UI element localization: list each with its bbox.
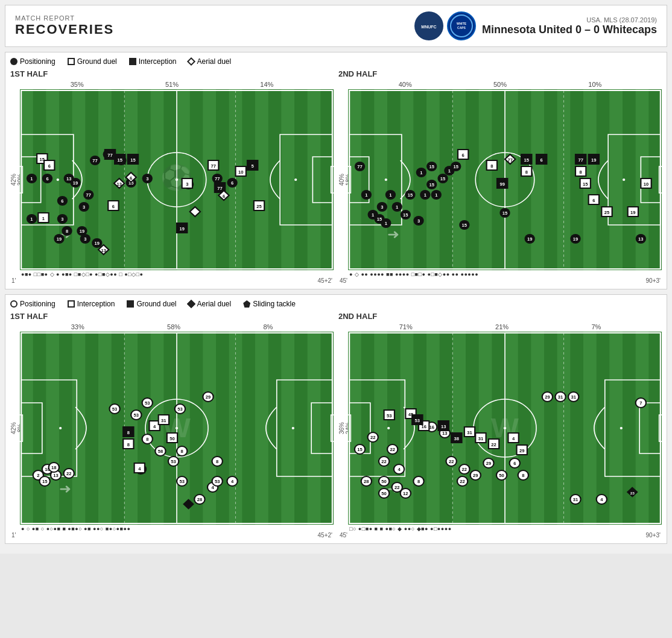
- legend-positioning: Positioning: [10, 57, 55, 66]
- svg-text:2: 2: [37, 473, 39, 478]
- side-pct-top: 40%: [338, 89, 345, 270]
- interception-icon: [129, 58, 136, 65]
- team1-2nd-time-labels: 45' 90+3': [338, 277, 662, 284]
- svg-point-14: [57, 178, 59, 181]
- svg-text:8: 8: [66, 229, 68, 234]
- pct-left: 33%: [71, 323, 84, 330]
- svg-text:19: 19: [527, 236, 532, 242]
- pct-left: 71%: [399, 323, 413, 330]
- svg-text:3: 3: [417, 218, 420, 224]
- header-right: MNUFC WHITE CAPS USA. MLS (28.07.2019) M…: [414, 11, 657, 40]
- positioning-label: Positioning: [20, 57, 55, 66]
- svg-text:WHITE: WHITE: [457, 22, 467, 25]
- report-type-label: MATCH REPORT: [15, 14, 114, 22]
- pct-mid: 50%: [493, 81, 507, 88]
- svg-text:53: 53: [387, 413, 391, 418]
- time-end: 90+3': [646, 532, 661, 539]
- svg-text:6: 6: [130, 175, 132, 181]
- svg-text:1: 1: [365, 192, 367, 198]
- svg-text:19: 19: [57, 236, 62, 242]
- team1-2nd-side-label: 40% 18%: [338, 89, 348, 270]
- svg-text:8: 8: [417, 479, 420, 484]
- svg-text:53: 53: [215, 479, 220, 484]
- svg-text:15: 15: [524, 157, 529, 163]
- svg-text:1: 1: [42, 216, 45, 221]
- team1-2nd-half: 2ND HALF 40% 50% 10% 40% 18%: [338, 69, 662, 284]
- sliding-tackle-label: Sliding tackle: [253, 300, 296, 308]
- team1-1st-field-container: 42% 30%: [10, 89, 334, 270]
- svg-point-17: [294, 178, 297, 181]
- svg-text:13: 13: [101, 248, 106, 253]
- svg-text:18: 18: [51, 465, 56, 470]
- svg-text:1: 1: [30, 176, 33, 182]
- positioning-icon-2: [10, 300, 17, 308]
- ground-duel-icon-2: [127, 300, 134, 308]
- svg-text:8: 8: [127, 442, 130, 447]
- team2-section: Positioning Interception Ground duel Aer…: [5, 294, 667, 544]
- svg-text:1: 1: [30, 216, 33, 222]
- team1-1st-timeline: ●■● □□■● ◇ ● ●■● □■◇□● ●□■◇●● □ ●□◇□●: [10, 270, 334, 277]
- svg-text:➜: ➜: [59, 481, 71, 496]
- svg-text:3: 3: [84, 236, 86, 242]
- svg-text:8: 8: [522, 473, 524, 478]
- team1-1st-half: 1ST HALF 35% 51% 14% 42% 30%: [10, 69, 334, 284]
- svg-text:58: 58: [158, 449, 163, 454]
- svg-text:10: 10: [238, 169, 243, 175]
- svg-text:3: 3: [186, 182, 188, 187]
- svg-text:15: 15: [502, 210, 507, 216]
- positioning-label-2: Positioning: [20, 300, 55, 308]
- svg-text:7: 7: [639, 400, 642, 406]
- svg-text:22: 22: [370, 435, 375, 440]
- svg-text:29: 29: [473, 473, 478, 478]
- svg-point-114: [385, 178, 387, 181]
- svg-text:31: 31: [571, 394, 576, 400]
- interception-icon-2: [68, 300, 75, 308]
- svg-text:38: 38: [454, 436, 459, 441]
- time-start: 1': [11, 532, 16, 539]
- svg-text:50: 50: [381, 491, 386, 496]
- team2-1st-half: 1ST HALF 33% 58% 8% 42% 8%: [10, 312, 334, 539]
- svg-text:25: 25: [604, 210, 609, 215]
- svg-text:6: 6: [223, 194, 225, 199]
- pct-right: 14%: [260, 81, 273, 88]
- positioning-icon: [10, 58, 17, 65]
- svg-point-117: [623, 178, 625, 181]
- svg-text:22: 22: [491, 442, 496, 447]
- legend-aerial-duel: Aerial duel: [188, 57, 231, 66]
- svg-text:19: 19: [591, 157, 596, 163]
- team2-halves: 1ST HALF 33% 58% 8% 42% 8%: [10, 312, 662, 539]
- time-end: 90+3': [646, 277, 661, 284]
- svg-text:1: 1: [420, 170, 422, 175]
- svg-text:15: 15: [377, 216, 382, 222]
- pct-left: 40%: [399, 81, 412, 88]
- svg-text:22: 22: [390, 447, 395, 452]
- svg-point-210: [59, 427, 62, 429]
- svg-text:22: 22: [462, 467, 467, 472]
- team2-1st-title: 1ST HALF: [10, 312, 334, 321]
- svg-text:3: 3: [83, 204, 85, 210]
- svg-text:8: 8: [146, 437, 148, 442]
- svg-text:50: 50: [381, 479, 386, 484]
- header: MATCH REPORT RECOVERIES MNUFC WHITE CAPS: [5, 5, 667, 47]
- svg-text:1: 1: [389, 192, 391, 198]
- svg-text:8: 8: [525, 169, 528, 175]
- svg-text:77: 77: [217, 186, 222, 191]
- legend-ground-duel: Ground duel: [68, 57, 117, 66]
- svg-text:13: 13: [66, 176, 71, 182]
- svg-text:77: 77: [107, 153, 112, 158]
- svg-text:1: 1: [435, 192, 437, 198]
- team2-1st-side-label: 42% 8%: [10, 332, 20, 525]
- team2-2nd-half: 2ND HALF 71% 21% 7% 36% 24%: [338, 312, 662, 539]
- pct-right: 10%: [588, 81, 601, 88]
- svg-text:MNUFC: MNUFC: [421, 25, 436, 29]
- team-logos: MNUFC WHITE CAPS: [414, 11, 476, 40]
- svg-text:3: 3: [146, 176, 148, 182]
- match-info: USA. MLS (28.07.2019) Minnesota United 0…: [482, 16, 657, 36]
- team2-2nd-side-label: 36% 24%: [338, 332, 348, 525]
- svg-text:6: 6: [592, 198, 595, 203]
- svg-text:50: 50: [499, 473, 504, 478]
- svg-text:53: 53: [171, 459, 176, 464]
- pct-right: 7%: [591, 323, 601, 330]
- team1-2nd-field: ➜ 77 1 1 3 15 1 1 1 15: [348, 89, 662, 270]
- svg-text:6: 6: [462, 153, 464, 158]
